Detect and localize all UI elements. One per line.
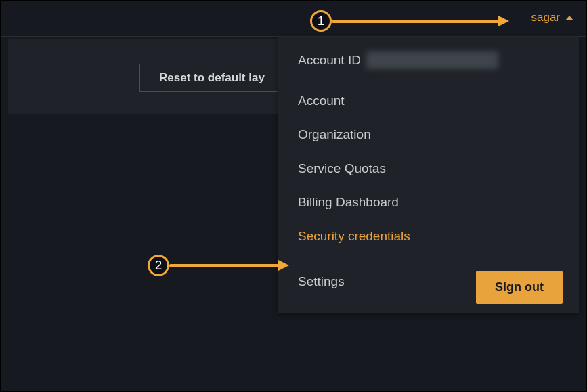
account-id-row: Account ID: [278, 51, 579, 84]
menu-item-label: Service Quotas: [298, 161, 386, 175]
user-menu-button[interactable]: sagar: [531, 11, 573, 24]
menu-item-label: Organization: [298, 127, 371, 141]
user-dropdown-menu: Account ID Account Organization Service …: [278, 37, 579, 313]
annotation-number: 2: [155, 258, 162, 273]
username-label: sagar: [531, 11, 560, 24]
menu-item-label: Security credentials: [298, 229, 410, 243]
menu-item-security-credentials[interactable]: Security credentials: [278, 219, 579, 253]
annotation-circle-2: 2: [148, 255, 169, 276]
menu-item-organization[interactable]: Organization: [278, 118, 579, 152]
menu-item-label: Settings: [298, 274, 345, 288]
menu-item-billing-dashboard[interactable]: Billing Dashboard: [278, 186, 579, 219]
sign-out-button[interactable]: Sign out: [476, 271, 563, 304]
menu-item-account[interactable]: Account: [278, 84, 579, 118]
account-id-label: Account ID: [298, 53, 361, 68]
menu-item-label: Account: [298, 93, 345, 108]
menu-item-service-quotas[interactable]: Service Quotas: [278, 152, 579, 186]
account-id-redacted: [366, 51, 498, 69]
annotation-arrow-line-2: [169, 264, 279, 267]
reset-button-label: Reset to default lay: [159, 71, 265, 85]
menu-divider: [298, 259, 559, 259]
top-bar: sagar: [1, 1, 586, 37]
reset-layout-button[interactable]: Reset to default lay: [139, 64, 284, 92]
caret-up-icon: [565, 16, 573, 20]
menu-item-label: Billing Dashboard: [298, 195, 399, 209]
sign-out-label: Sign out: [495, 280, 544, 294]
